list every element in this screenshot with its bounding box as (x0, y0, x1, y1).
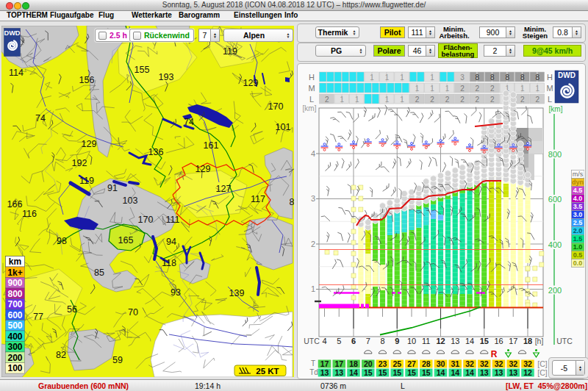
svg-text:1: 1 (385, 96, 390, 104)
map-value-label: 170 (268, 101, 284, 112)
map-value-label: 129 (82, 139, 97, 149)
svg-text:9: 9 (395, 337, 399, 345)
status-elevation: 0736 m (320, 381, 346, 390)
svg-text:2: 2 (325, 96, 329, 104)
polare-button[interactable]: Polare (373, 45, 405, 57)
svg-text:32: 32 (495, 359, 503, 368)
steigen-spinner[interactable]: 0.8 ▲▼ (553, 26, 581, 38)
dwd-logo: DWD (4, 29, 20, 57)
menu-item-flugaufgabe[interactable]: Flugaufgabe (50, 11, 93, 19)
svg-text:1: 1 (445, 85, 450, 93)
thermal-column (467, 182, 472, 307)
arbeitshoehe-label: Minim.Arbeitsh. (438, 25, 470, 40)
svg-text:28: 28 (422, 359, 431, 368)
svg-text:15: 15 (379, 368, 387, 377)
checkbox-25h[interactable] (98, 32, 107, 40)
svg-text:12: 12 (436, 337, 445, 345)
offset-spinner[interactable]: -5 ▲▼ (552, 360, 585, 376)
svg-text:23: 23 (379, 359, 387, 368)
thermal-map[interactable]: 1141567415519311912917010174161136129129… (1, 26, 294, 377)
meteogram-chart[interactable]: 1111388888HH111222111MM21111222222122LL[… (297, 63, 584, 378)
svg-text:2: 2 (460, 96, 465, 104)
map-value-label: 91 (107, 183, 118, 193)
map-value-label: 117 (251, 194, 265, 204)
pilot-number-spinner[interactable]: 111 ▲▼ (408, 26, 435, 38)
menu-item-wetterkarte[interactable]: Wetterkarte (132, 11, 172, 19)
menu-item-barogramm[interactable]: Barogramm (179, 11, 220, 19)
svg-text:32: 32 (465, 359, 474, 368)
svg-text:1.0: 1.0 (573, 243, 583, 251)
map-value-label: 93 (171, 287, 181, 298)
svg-text:8: 8 (476, 73, 480, 82)
polare-number-value: 46 (409, 46, 426, 55)
map-value-label: 98 (57, 236, 67, 246)
svg-text:32: 32 (480, 359, 489, 368)
menu-item-flug[interactable]: Flug (98, 11, 114, 19)
flaechenbelastung-spinner[interactable]: 2 ▲▼ (484, 45, 515, 57)
pilot-number-stepper[interactable]: ▲▼ (426, 27, 434, 37)
class-select-arrows-icon: ▲▼ (356, 48, 365, 54)
region-select[interactable]: Alpen ▲▼ (223, 29, 293, 42)
map-value-label: 165 (118, 235, 134, 245)
svg-text:8: 8 (535, 73, 539, 82)
climb-speed-legend: m/sdyn4.54.03.53.02.52.01.51.00.50.0 (572, 171, 585, 268)
window-title: Sonntag, 5. August 2018 (ICON 04.08.2018… (0, 1, 588, 9)
pilot-button[interactable]: Pilot (380, 26, 405, 38)
polare-number-stepper[interactable]: ▲▼ (426, 46, 434, 56)
svg-text:3.0: 3.0 (573, 211, 583, 218)
map-value-label: 119 (223, 46, 237, 57)
menu-item-info[interactable]: Info (284, 11, 298, 19)
thermal-column (423, 198, 429, 307)
svg-text:1.5: 1.5 (573, 235, 583, 243)
svg-text:5: 5 (337, 337, 341, 345)
thermal-column (402, 206, 407, 307)
steigen-label: Minim.Steigen (520, 25, 551, 40)
offset-stepper[interactable]: ▲▼ (576, 361, 584, 375)
dwd-logo-right: DWD (555, 71, 578, 103)
map-hour-spinner[interactable]: 7 ▲▼ (198, 29, 220, 42)
map-value-label: 74 (35, 113, 46, 123)
svg-text:1: 1 (535, 85, 539, 93)
svg-text:2: 2 (476, 96, 480, 104)
map-value-label: 101 (276, 122, 291, 132)
map-value-label: 85 (94, 268, 104, 278)
checkbox-rueckenwind[interactable] (133, 32, 141, 40)
svg-text:1k+: 1k+ (7, 268, 22, 278)
svg-text:2: 2 (490, 85, 495, 93)
svg-text:11: 11 (422, 337, 430, 345)
svg-text:15: 15 (480, 337, 489, 345)
svg-text:20: 20 (364, 359, 373, 368)
svg-text:DWD: DWD (558, 71, 576, 79)
map-panel[interactable]: 1141567415519311912917010174161136129129… (1, 26, 294, 377)
svg-text:H: H (547, 73, 553, 82)
arbeitshoehe-spinner[interactable]: 900 ▲▼ (479, 26, 515, 38)
arbeitshoehe-stepper[interactable]: ▲▼ (506, 27, 514, 37)
svg-text:14: 14 (451, 368, 459, 377)
steigen-stepper[interactable]: ▲▼ (572, 27, 581, 37)
svg-text:2: 2 (311, 240, 315, 248)
svg-text:17: 17 (334, 359, 343, 368)
svg-text:100: 100 (7, 363, 22, 373)
flaechenbelastung-stepper[interactable]: ▲▼ (506, 46, 514, 56)
svg-text:1: 1 (340, 96, 344, 104)
class-select[interactable]: PG ▲▼ (315, 45, 366, 57)
altitude-axis-right: [km]800600400200 (548, 105, 563, 345)
menu-item-einstellungen[interactable]: Einstellungen (234, 11, 282, 19)
svg-text:15: 15 (364, 368, 373, 377)
map-value-label: 8 (290, 197, 294, 207)
svg-text:500: 500 (7, 320, 22, 331)
svg-text:1: 1 (520, 85, 525, 93)
title-bar[interactable]: Sonntag, 5. August 2018 (ICON 04.08.2018… (0, 0, 588, 11)
thermal-column (474, 180, 479, 307)
svg-text:UTC: UTC (556, 337, 573, 345)
polare-number-spinner[interactable]: 46 ▲▼ (408, 45, 435, 57)
svg-text:13: 13 (334, 368, 343, 377)
time-axis: UTCUTC456789101112131415161718[h] (304, 337, 573, 345)
svg-text:2.5: 2.5 (573, 219, 583, 226)
mode-select[interactable]: Thermik ▲▼ (315, 26, 359, 38)
svg-text:17: 17 (320, 359, 329, 368)
svg-text:1: 1 (400, 96, 404, 104)
svg-text:[C]: [C] (537, 359, 548, 368)
map-hour-stepper[interactable]: ▲▼ (210, 29, 219, 41)
menu-item-toptherm[interactable]: TOPTHERM (7, 11, 48, 19)
